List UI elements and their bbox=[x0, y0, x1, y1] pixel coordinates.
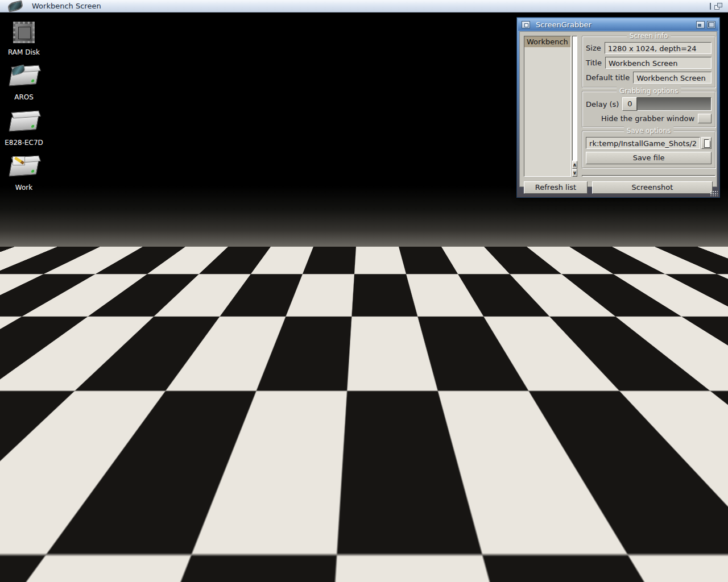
default-title-label: Default title bbox=[586, 73, 630, 82]
file-picker-icon[interactable] bbox=[701, 137, 712, 149]
screen-depth-icon[interactable] bbox=[714, 3, 722, 10]
shell-line: Error 30 reading track 155. bbox=[371, 362, 709, 370]
dock-handle-icon[interactable] bbox=[46, 567, 53, 575]
archiver-icon[interactable] bbox=[183, 562, 201, 580]
screen-list[interactable]: Workbench bbox=[524, 36, 571, 177]
portrait-game-icon[interactable] bbox=[120, 562, 138, 580]
delay-field[interactable]: 0 bbox=[622, 97, 637, 111]
browser-globe-icon[interactable] bbox=[78, 562, 96, 580]
screenshot-button[interactable]: Screenshot bbox=[592, 181, 713, 194]
hide-grabber-label: Hide the grabber window bbox=[601, 114, 694, 123]
dock[interactable]: DB'sAnn ScreenGrabberAROS-Shell 12:31 bbox=[16, 559, 712, 582]
screengrabber-window[interactable]: ScreenGrabber Workbench ∧ ∨ Screen info … bbox=[516, 17, 720, 198]
progress-bar bbox=[582, 175, 715, 177]
input-indicator-icon bbox=[710, 3, 711, 10]
scroll-up-icon[interactable]: ∧ bbox=[572, 161, 577, 169]
taskbar-button-aros-shell[interactable]: AROS-Shell bbox=[355, 561, 424, 580]
zoom-icon[interactable] bbox=[697, 294, 705, 301]
delay-slider[interactable] bbox=[637, 97, 712, 111]
shell-line: Error 26 reading track 154. bbox=[371, 354, 709, 362]
zoom-icon[interactable] bbox=[696, 21, 705, 28]
glass-sphere-front bbox=[253, 301, 371, 419]
close-icon[interactable] bbox=[522, 21, 530, 28]
taskbar-button-label: ScreenGrabber bbox=[289, 567, 345, 575]
shell-line: Using unit 0 with flags 0 to file work:t… bbox=[371, 330, 709, 338]
desktop-icon-e828-ec7d[interactable]: E828-EC7D bbox=[0, 110, 48, 147]
save-file-button[interactable]: Save file bbox=[586, 152, 712, 164]
size-field[interactable]: 1280 x 1024, depth=24 bbox=[605, 42, 712, 54]
icon-label: E828-EC7D bbox=[5, 139, 43, 147]
screengrabber-titlebar[interactable]: ScreenGrabber bbox=[518, 19, 718, 31]
shell-line: Error 30 reading track 157. bbox=[371, 378, 709, 386]
depth-icon[interactable] bbox=[708, 294, 716, 301]
shell-line: 1.AROS:> work:Coding/DiskImage/ bbox=[371, 314, 709, 322]
size-label: Size bbox=[586, 44, 601, 52]
grabbing-options-group: Grabbing options Delay (s) 0 Hide the gr… bbox=[582, 91, 715, 127]
window-title: ScreenGrabber bbox=[536, 20, 592, 29]
resize-grip-icon[interactable] bbox=[710, 551, 718, 557]
icon-label: RAM Disk bbox=[8, 48, 40, 56]
screen-info-group: Screen info Size 1280 x 1024, depth=24 T… bbox=[582, 36, 715, 88]
refresh-list-button[interactable]: Refresh list bbox=[524, 181, 588, 194]
icon-label: Work bbox=[15, 184, 32, 192]
file-manager-icon[interactable] bbox=[57, 562, 75, 580]
taskbar-button-screengrabber[interactable]: ScreenGrabber bbox=[267, 561, 351, 580]
boing-ball-left bbox=[84, 295, 185, 396]
screen-list-scrollbar[interactable]: ∧ ∨ bbox=[572, 36, 577, 177]
shell-line: 1.Work:Coding/DiskImage> bbox=[371, 402, 709, 410]
shell-titlebar[interactable]: AROS-Shell bbox=[369, 292, 719, 304]
shell-line: New Shell process 1 bbox=[371, 306, 709, 314]
drive-aros-icon bbox=[9, 65, 39, 91]
grabbing-options-legend: Grabbing options bbox=[617, 87, 681, 95]
media-player-icon[interactable] bbox=[162, 562, 180, 580]
aros-menu-icon[interactable] bbox=[22, 560, 42, 581]
shell-window-icon bbox=[358, 563, 373, 578]
resize-grip-icon[interactable] bbox=[710, 190, 718, 196]
shell-cursor bbox=[482, 403, 487, 410]
desktop-icon-aros[interactable]: AROS bbox=[0, 65, 48, 101]
title-label: Title bbox=[586, 59, 602, 67]
window-title: AROS-Shell bbox=[386, 293, 428, 302]
default-title-field[interactable]: Workbench Screen bbox=[633, 72, 712, 84]
aros-logo-icon bbox=[8, 2, 23, 11]
drive-icon bbox=[9, 110, 39, 136]
taskbar-button-label: AROS-Shell bbox=[376, 567, 417, 575]
shell-line: Error 30 reading track 159. bbox=[371, 394, 709, 402]
shell-line: 1.Work:Coding/DiskImage> CWDiskImage wor… bbox=[371, 322, 709, 330]
scrollbar-track[interactable] bbox=[572, 36, 577, 161]
desktop-icon-ram-disk[interactable]: RAM Disk bbox=[0, 20, 48, 56]
delay-label: Delay (s) bbox=[586, 100, 619, 109]
dbs-ann-icon[interactable]: DB'sAnn bbox=[246, 562, 264, 580]
save-options-legend: Save options bbox=[624, 127, 673, 135]
screen-info-legend: Screen info bbox=[627, 32, 671, 40]
save-options-group: Save options rk:temp/InstallGame_Shots/2… bbox=[582, 131, 715, 168]
taskbar: DB'sAnn ScreenGrabberAROS-Shell 12:31 bbox=[0, 559, 728, 582]
desktop-icon-work[interactable]: Work bbox=[0, 155, 48, 192]
screengrabber-icon bbox=[270, 563, 286, 578]
depth-icon[interactable] bbox=[707, 21, 715, 28]
shell-line: Error 26 reading track 158. bbox=[371, 386, 709, 394]
chip-icon bbox=[9, 20, 39, 46]
notebook-editor-icon[interactable] bbox=[141, 562, 159, 580]
screen-menubar[interactable]: Workbench Screen bbox=[0, 0, 728, 13]
clock: 12:31 bbox=[677, 559, 703, 582]
drive-work-icon bbox=[9, 155, 39, 181]
hide-grabber-checkbox[interactable] bbox=[698, 114, 712, 123]
pictures-icon[interactable] bbox=[98, 561, 118, 580]
title-field[interactable]: Workbench Screen bbox=[605, 57, 712, 69]
screen-list-item[interactable]: Workbench bbox=[524, 36, 570, 47]
shell-line: Reading... bbox=[371, 346, 709, 354]
boing-ball-icon[interactable] bbox=[225, 562, 243, 580]
close-icon[interactable] bbox=[372, 294, 380, 301]
shell-window[interactable]: AROS-Shell New Shell process 11.AROS:> w… bbox=[367, 290, 721, 559]
paint-prefs-icon[interactable] bbox=[204, 562, 222, 580]
shell-line: Disk size is 901120 bytes. bbox=[371, 338, 709, 346]
scroll-down-icon[interactable]: ∨ bbox=[572, 169, 577, 177]
icon-label: AROS bbox=[14, 93, 34, 101]
shell-line: Error 26 reading track 156. bbox=[371, 370, 709, 378]
screen-title: Workbench Screen bbox=[32, 2, 101, 10]
shell-terminal[interactable]: New Shell process 11.AROS:> work:Coding/… bbox=[370, 304, 710, 554]
save-path-field[interactable]: rk:temp/InstallGame_Shots/2 bbox=[586, 137, 700, 149]
